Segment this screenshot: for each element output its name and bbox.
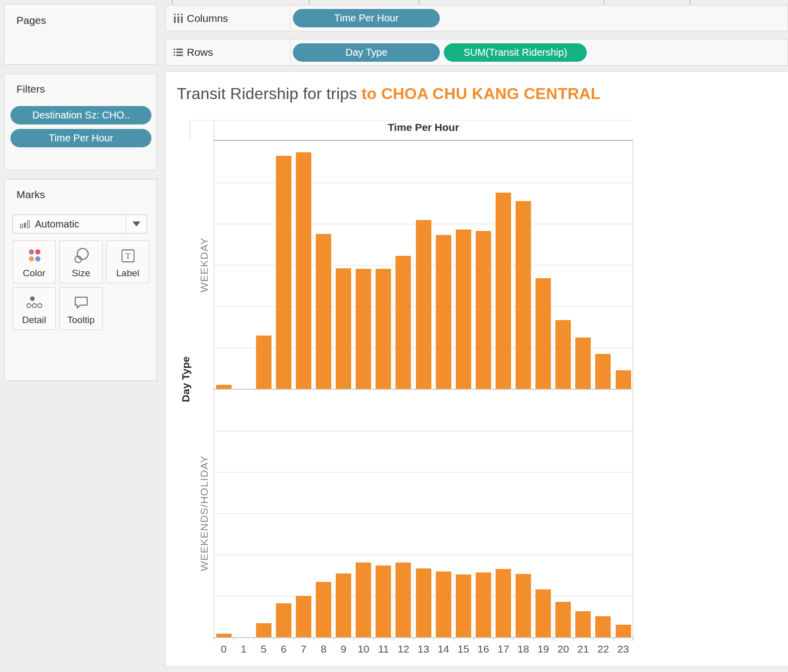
x-axis-label-0: 0: [214, 643, 234, 655]
x-axis-tick: [413, 638, 414, 641]
bar-weekends-holiday-h22[interactable]: [595, 616, 611, 637]
bar-weekday-h11[interactable]: [376, 269, 391, 389]
viz-title-prefix: Transit Ridership for trips: [177, 85, 362, 103]
detail-button-label: Detail: [22, 315, 46, 326]
mark-type-caret-button[interactable]: [126, 215, 146, 233]
mark-type-value: Automatic: [35, 219, 79, 230]
x-axis-tick: [234, 638, 234, 641]
x-axis-tick: [334, 638, 334, 641]
x-axis-label-6: 6: [273, 643, 293, 655]
rows-sum-transit-ridership-pill[interactable]: SUM(Transit Ridership): [444, 43, 587, 62]
bar-weekends-holiday-h8[interactable]: [316, 582, 331, 637]
columns-shelf-icon: [172, 12, 184, 24]
bar-weekday-h8[interactable]: [316, 234, 331, 389]
x-axis-label-23: 23: [613, 643, 633, 655]
bar-weekends-holiday-h19[interactable]: [535, 589, 551, 637]
pages-card[interactable]: Pages: [4, 4, 157, 65]
columns-shelf-label: Columns: [187, 12, 228, 24]
bar-weekday-h17[interactable]: [496, 193, 511, 389]
bar-weekends-holiday-h16[interactable]: [476, 572, 491, 637]
header-band-top-border: [190, 120, 633, 120]
x-axis-label-16: 16: [473, 643, 493, 655]
x-axis-label-5: 5: [254, 643, 273, 655]
bar-weekends-holiday-h7[interactable]: [296, 596, 311, 637]
bar-weekday-h14[interactable]: [436, 235, 451, 389]
x-axis-label-14: 14: [433, 643, 453, 655]
x-axis-label-1: 1: [234, 643, 254, 655]
bar-weekday-h13[interactable]: [416, 220, 431, 389]
bar-weekday-h9[interactable]: [336, 268, 351, 389]
size-button-label: Size: [72, 268, 90, 279]
x-axis-label-12: 12: [394, 643, 413, 655]
bar-weekday-h15[interactable]: [456, 229, 471, 389]
bar-weekday-h7[interactable]: [296, 152, 311, 389]
gridline: [214, 555, 633, 556]
bar-weekday-h5[interactable]: [256, 336, 271, 389]
bar-weekday-h18[interactable]: [516, 201, 531, 389]
detail-button[interactable]: Detail: [12, 287, 56, 330]
rows-shelf-label: Rows: [187, 46, 213, 58]
filter-time-per-hour-pill[interactable]: Time Per Hour: [10, 129, 151, 147]
bar-weekday-h20[interactable]: [555, 320, 571, 389]
x-axis-label-20: 20: [553, 643, 573, 655]
row-header-weekday: WEEKDAY: [198, 237, 210, 292]
gridline: [214, 513, 633, 514]
bar-weekends-holiday-h10[interactable]: [356, 562, 371, 637]
x-axis-tick: [493, 638, 494, 641]
x-axis-tick: [453, 638, 454, 641]
x-axis-tick: [374, 638, 374, 641]
row-field-label: Day Type: [180, 356, 192, 402]
bar-weekday-h16[interactable]: [476, 231, 491, 389]
size-button[interactable]: Size: [59, 240, 103, 283]
marks-card-title: Marks: [16, 189, 45, 201]
bar-weekends-holiday-h6[interactable]: [276, 603, 291, 637]
bar-weekends-holiday-h11[interactable]: [376, 565, 391, 637]
filter-destination-pill[interactable]: Destination Sz: CHO..: [10, 106, 151, 124]
x-axis-line: [214, 637, 633, 638]
columns-time-per-hour-pill[interactable]: Time Per Hour: [293, 9, 440, 27]
gridline: [214, 431, 633, 432]
columns-shelf-label-zone: Columns: [166, 5, 290, 31]
bar-weekday-h10[interactable]: [356, 269, 371, 389]
x-axis-tick: [553, 638, 554, 641]
bar-weekday-h21[interactable]: [575, 337, 591, 389]
bar-weekends-holiday-h15[interactable]: [456, 574, 471, 637]
tooltip-bubble-icon: [73, 293, 90, 313]
label-button[interactable]: TLabel: [106, 240, 149, 283]
rows-day-type-pill[interactable]: Day Type: [293, 43, 440, 62]
x-axis-label-10: 10: [354, 643, 374, 655]
bar-weekday-h0[interactable]: [216, 385, 232, 389]
pane-divider: [214, 389, 633, 390]
bar-weekends-holiday-h0[interactable]: [216, 634, 232, 637]
x-axis-label-7: 7: [293, 643, 313, 655]
x-axis-tick: [254, 638, 254, 641]
bar-weekday-h6[interactable]: [276, 156, 291, 389]
bar-weekends-holiday-h20[interactable]: [555, 602, 571, 637]
tooltip-button[interactable]: Tooltip: [59, 287, 103, 330]
x-axis-label-8: 8: [314, 643, 334, 655]
bar-weekends-holiday-h12[interactable]: [395, 562, 411, 637]
pages-card-title: Pages: [16, 14, 46, 26]
x-axis-tick: [613, 638, 614, 641]
bar-weekends-holiday-h21[interactable]: [575, 611, 591, 637]
color-dots-icon: [26, 246, 43, 266]
pane-top-border: [214, 140, 633, 141]
bar-weekday-h22[interactable]: [595, 354, 611, 389]
bar-weekends-holiday-h9[interactable]: [336, 573, 351, 637]
bar-weekday-h12[interactable]: [395, 256, 411, 389]
bar-weekends-holiday-h13[interactable]: [416, 568, 431, 637]
color-button[interactable]: Color: [12, 240, 56, 283]
color-button-label: Color: [23, 268, 45, 279]
x-axis-label-21: 21: [573, 643, 593, 655]
label-button-label: Label: [116, 268, 139, 279]
filters-card: Filters Destination Sz: CHO..Time Per Ho…: [4, 74, 157, 170]
bar-weekday-h23[interactable]: [616, 370, 631, 389]
bar-weekends-holiday-h14[interactable]: [436, 571, 451, 637]
bar-weekends-holiday-h17[interactable]: [496, 569, 511, 637]
viz-title: Transit Ridership for trips to CHOA CHU …: [177, 85, 601, 103]
bar-weekends-holiday-h5[interactable]: [256, 623, 271, 637]
mark-type-dropdown[interactable]: Automatic: [12, 215, 147, 233]
bar-weekday-h19[interactable]: [535, 278, 551, 389]
bar-weekends-holiday-h18[interactable]: [516, 574, 531, 637]
bar-weekends-holiday-h23[interactable]: [616, 625, 631, 637]
